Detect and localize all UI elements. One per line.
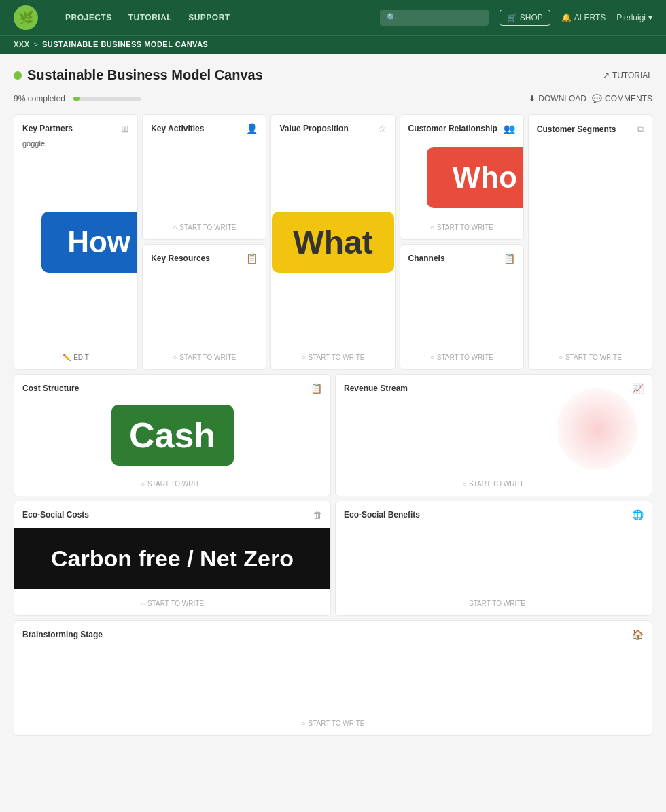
what-word: What (272, 212, 394, 273)
comments-button[interactable]: 💬 COMMENTS (592, 94, 652, 103)
value-prop-header: Value Proposition ☆ (279, 123, 386, 134)
eco-social-benefits-card: Eco-Social Benefits 🌐 ○ START TO WRITE (335, 501, 652, 616)
star-icon[interactable]: ☆ (378, 123, 387, 134)
breadcrumb-current: SUSTAINABLE BUSINESS MODEL CANVAS (42, 40, 208, 48)
page-title: Sustainable Business Model Canvas (27, 67, 263, 83)
key-partners-header: Key Partners ⊞ (22, 123, 129, 134)
nav-support[interactable]: SUPPORT (188, 13, 230, 22)
cost-structure-header: Cost Structure 📋 (22, 383, 322, 394)
how-word: How (41, 212, 139, 273)
customer-rel-title: Customer Relationship (408, 124, 497, 133)
eco-benefits-title: Eco-Social Benefits (344, 510, 420, 520)
key-activities-card: Key Activities 👤 ○ START TO WRITE (142, 114, 266, 240)
title-dot (14, 71, 22, 80)
key-partners-content: goggle (22, 139, 129, 148)
bell-icon: 🔔 (561, 13, 572, 22)
page-header: Sustainable Business Model Canvas ↗ TUTO… (14, 67, 652, 83)
channels-header: Channels 📋 (408, 253, 515, 264)
search-bar[interactable]: 🔍 (380, 10, 489, 26)
key-resources-card: Key Resources 📋 ○ START TO WRITE (142, 244, 266, 370)
eco-costs-start[interactable]: ○ START TO WRITE (141, 600, 204, 607)
value-prop-title: Value Proposition (279, 124, 348, 133)
channels-card: Channels 📋 ○ START TO WRITE (400, 244, 524, 370)
key-resources-start[interactable]: ○ START TO WRITE (173, 354, 236, 361)
download-button[interactable]: ⬇ DOWNLOAD (529, 94, 586, 103)
eco-benefits-header: Eco-Social Benefits 🌐 (344, 509, 644, 520)
circle-icon-ec: ○ (141, 600, 145, 607)
page-title-wrap: Sustainable Business Model Canvas (14, 67, 263, 83)
alerts-button[interactable]: 🔔 ALERTS (561, 13, 606, 22)
key-activities-title: Key Activities (151, 124, 204, 133)
revenue-decoration (557, 388, 638, 470)
customer-rel-card: Customer Relationship 👥 Who ○ START TO W… (400, 114, 524, 240)
user-menu[interactable]: Pierluigi ▾ (616, 13, 652, 22)
eco-costs-header: Eco-Social Costs 🗑 (22, 509, 322, 520)
customer-rel-start[interactable]: ○ START TO WRITE (430, 224, 493, 231)
value-prop-card: Value Proposition ☆ What ○ START TO WRIT… (270, 114, 395, 370)
eco-grid: Eco-Social Costs 🗑 Carbon free / Net Zer… (14, 501, 652, 616)
main-nav: PROJECTS TUTORIAL SUPPORT (65, 13, 230, 22)
shop-button[interactable]: 🛒 SHOP (500, 10, 550, 26)
brainstorming-header: Brainstorming Stage 🏠 (22, 629, 644, 640)
key-partners-title: Key Partners (22, 124, 73, 133)
globe-icon[interactable]: 🌐 (632, 509, 644, 520)
chart-icon[interactable]: 📈 (632, 383, 644, 394)
nav-tutorial[interactable]: TUTORIAL (128, 13, 172, 22)
circle-icon-cost: ○ (141, 480, 145, 488)
person2-icon[interactable]: 👥 (504, 123, 515, 134)
logo-icon: 🌿 (14, 5, 38, 30)
cost-structure-title: Cost Structure (22, 384, 79, 393)
logo[interactable]: 🌿 (14, 5, 38, 30)
channels-start[interactable]: ○ START TO WRITE (430, 354, 493, 361)
value-prop-start[interactable]: ○ START TO WRITE (301, 354, 364, 361)
brainstorming-card: Brainstorming Stage 🏠 ○ START TO WRITE (14, 620, 652, 736)
home-icon[interactable]: 🏠 (632, 629, 644, 640)
edit-icon: ✏️ (63, 354, 71, 361)
customer-seg-title: Customer Segments (537, 124, 616, 134)
eco-benefits-start[interactable]: ○ START TO WRITE (462, 600, 525, 607)
search-input[interactable] (401, 13, 483, 22)
grid-icon[interactable]: ⊞ (121, 123, 129, 134)
circle-icon-vp: ○ (301, 354, 305, 361)
canvas-grid: Key Partners ⊞ goggle How ✏️ EDIT Key Ac… (14, 114, 652, 370)
eco-costs-title: Eco-Social Costs (22, 510, 89, 520)
breadcrumb-parent[interactable]: XXX (14, 40, 30, 48)
progress-section: 9% completed ⬇ DOWNLOAD 💬 COMMENTS (14, 94, 652, 103)
key-partners-card: Key Partners ⊞ goggle How ✏️ EDIT (14, 114, 138, 370)
key-activities-start[interactable]: ○ START TO WRITE (173, 224, 236, 231)
revenue-stream-card: Revenue Stream 📈 ○ START TO WRITE (335, 374, 652, 496)
key-resources-header: Key Resources 📋 (151, 253, 258, 264)
clipboard-icon[interactable]: 📋 (246, 253, 258, 264)
search-icon: 🔍 (387, 13, 397, 22)
nav-projects[interactable]: PROJECTS (65, 13, 112, 22)
customer-rel-header: Customer Relationship 👥 (408, 123, 515, 134)
copy-icon[interactable]: ⧉ (637, 123, 644, 135)
circle-icon-cr: ○ (430, 224, 434, 231)
clipboard3-icon[interactable]: 📋 (311, 383, 322, 394)
cost-revenue-grid: Cost Structure 📋 ○ START TO WRITE Cash R… (14, 374, 652, 496)
breadcrumb: XXX > SUSTAINABLE BUSINESS MODEL CANVAS (0, 35, 666, 54)
customer-seg-start[interactable]: ○ START TO WRITE (559, 354, 622, 361)
circle-icon-bs: ○ (301, 720, 305, 727)
clipboard2-icon[interactable]: 📋 (504, 253, 515, 264)
download-icon: ⬇ (529, 94, 536, 103)
cost-structure-start[interactable]: ○ START TO WRITE (141, 480, 204, 488)
circle-icon-cs: ○ (559, 354, 563, 361)
header: 🌿 PROJECTS TUTORIAL SUPPORT 🔍 🛒 SHOP 🔔 A… (0, 0, 666, 35)
chevron-down-icon: ▾ (648, 13, 652, 22)
revenue-stream-start[interactable]: ○ START TO WRITE (462, 480, 525, 488)
circle-icon-eb: ○ (462, 600, 466, 607)
person-icon[interactable]: 👤 (246, 123, 258, 134)
comment-icon: 💬 (592, 94, 602, 103)
edit-button[interactable]: ✏️ EDIT (63, 354, 89, 361)
progress-label: 9% completed (14, 94, 65, 103)
cash-word: Cash (111, 405, 234, 466)
external-link-icon: ↗ (603, 71, 610, 80)
tutorial-link[interactable]: ↗ TUTORIAL (603, 71, 652, 80)
progress-track (73, 97, 141, 101)
eco-social-costs-card: Eco-Social Costs 🗑 Carbon free / Net Zer… (14, 501, 331, 616)
trash-icon[interactable]: 🗑 (313, 509, 322, 520)
revenue-stream-title: Revenue Stream (344, 384, 408, 393)
circle-icon: ○ (173, 224, 177, 231)
brainstorming-start[interactable]: ○ START TO WRITE (301, 720, 364, 727)
